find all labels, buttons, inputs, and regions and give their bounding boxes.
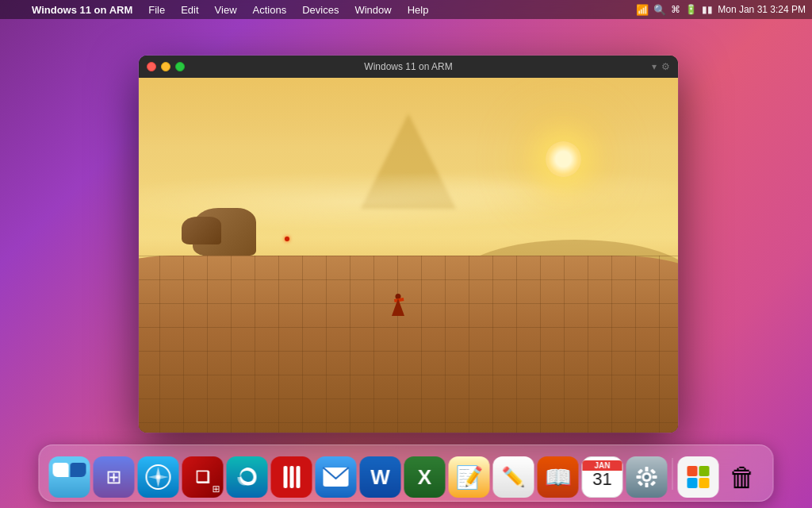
dock-icon-sysprefs[interactable] (626, 456, 668, 498)
view-menu[interactable]: View (209, 2, 243, 17)
calendar-date: 31 (592, 471, 611, 488)
wifi-icon: 📶 (636, 4, 649, 16)
svg-rect-11 (638, 468, 643, 474)
dock-icon-mail[interactable] (316, 456, 357, 498)
parallels2-icon (283, 466, 300, 488)
minimize-button[interactable] (161, 62, 170, 71)
game-scene (139, 78, 678, 433)
actions-menu[interactable]: Actions (247, 2, 293, 17)
word-icon: W (370, 465, 390, 490)
char-robe (392, 298, 404, 316)
bluetooth-icon: ⌘ (671, 4, 680, 15)
battery-icon: 🔋 (685, 4, 697, 15)
vm-view-icon[interactable]: ▾ (652, 61, 657, 72)
dock-icon-word[interactable]: W (360, 456, 401, 498)
window-menu[interactable]: Window (348, 2, 397, 17)
launchpad-icon: ⊞ (106, 466, 122, 488)
svg-rect-7 (645, 467, 649, 471)
svg-point-3 (157, 475, 160, 479)
dock-icon-trash[interactable]: 🗑 (722, 456, 764, 498)
file-menu[interactable]: File (142, 2, 171, 17)
vm-settings-icon[interactable]: ⚙ (661, 61, 670, 72)
textedit-icon: ✏️ (502, 466, 526, 488)
apple-menu[interactable] (6, 8, 19, 11)
datetime: Mon Jan 31 3:24 PM (718, 4, 806, 15)
menubar: Windows 11 on ARM File Edit View Actions… (0, 0, 812, 19)
help-menu[interactable]: Help (401, 2, 435, 17)
dock-icon-finder[interactable] (49, 456, 90, 498)
notes-icon: 📝 (455, 464, 483, 491)
vm-window: Windows 11 on ARM ▾ ⚙ (139, 56, 678, 433)
excel-icon: X (418, 465, 431, 490)
edit-menu[interactable]: Edit (174, 2, 205, 17)
dock-icon-calendar[interactable]: JAN 31 (582, 456, 623, 498)
vm-controls: ▾ ⚙ (652, 61, 670, 72)
dock-icon-excel[interactable]: X (404, 456, 446, 498)
app-name-menu[interactable]: Windows 11 on ARM (25, 2, 139, 17)
dock-icon-launchpad[interactable]: ⊞ (94, 456, 135, 498)
player-character (393, 294, 404, 316)
dock-icon-safari[interactable] (138, 456, 179, 498)
svg-point-6 (645, 475, 649, 479)
close-button[interactable] (147, 62, 156, 71)
menubar-left: Windows 11 on ARM File Edit View Actions… (6, 2, 435, 17)
safari-icon (145, 464, 172, 491)
books-icon: 📖 (544, 464, 572, 491)
finder-face-icon (49, 456, 90, 498)
particle (285, 237, 289, 241)
trash-icon: 🗑 (730, 462, 756, 493)
vm-game-content (139, 78, 678, 433)
dock: ⊞ ❑ ⊞ W (39, 444, 774, 502)
dock-icon-msstore[interactable] (678, 456, 719, 498)
dock-icon-parallels2[interactable] (271, 456, 312, 498)
mail-icon (323, 467, 350, 487)
svg-rect-8 (645, 483, 649, 487)
dock-icon-books[interactable]: 📖 (538, 456, 579, 498)
edge-icon (235, 464, 260, 490)
parallels-windows-icon: ⊞ (213, 483, 220, 495)
dock-icon-parallels[interactable]: ❑ ⊞ (182, 456, 224, 498)
fullscreen-button[interactable] (175, 62, 185, 71)
menubar-right: 📶 🔍 ⌘ 🔋 ▮▮ Mon Jan 31 3:24 PM (636, 4, 806, 16)
svg-rect-10 (653, 475, 657, 479)
dock-icon-edge[interactable] (227, 456, 268, 498)
dock-icon-textedit[interactable]: ✏️ (493, 456, 534, 498)
msstore-icon (688, 466, 710, 488)
dock-separator (672, 458, 673, 490)
sun (546, 141, 581, 177)
search-icon[interactable]: 🔍 (653, 4, 666, 16)
menu-extras: ▮▮ (702, 4, 713, 15)
svg-rect-14 (650, 480, 656, 486)
rock-left-2 (182, 217, 221, 244)
sysprefs-icon (634, 464, 661, 491)
parallels-icon: ❑ (196, 468, 210, 487)
vm-titlebar: Windows 11 on ARM ▾ ⚙ (139, 56, 678, 78)
traffic-lights (147, 62, 185, 71)
svg-rect-13 (638, 480, 643, 486)
platform-grid (139, 256, 678, 433)
platform (139, 256, 678, 433)
svg-rect-9 (637, 475, 642, 479)
devices-menu[interactable]: Devices (296, 2, 345, 17)
vm-window-title: Windows 11 on ARM (364, 61, 452, 72)
dock-icon-notes[interactable]: 📝 (449, 456, 490, 498)
svg-rect-12 (650, 468, 656, 474)
